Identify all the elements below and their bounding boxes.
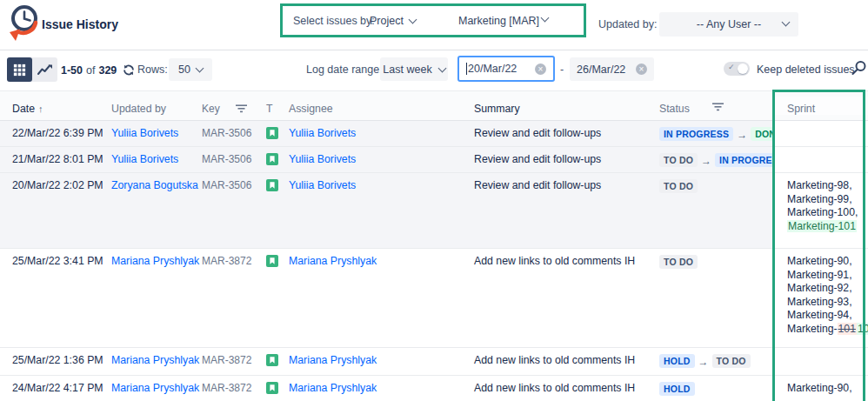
assignee-link[interactable]: Yuliia Borivets bbox=[289, 127, 356, 139]
text-cursor bbox=[466, 63, 467, 75]
grid-view-button[interactable] bbox=[7, 57, 32, 82]
cell-issue-key: MAR-3872 bbox=[202, 348, 261, 375]
status-badge: TO DO bbox=[712, 354, 751, 368]
cell-status: HOLD→TO DO bbox=[652, 348, 772, 375]
search-icon[interactable] bbox=[851, 60, 867, 77]
updated-by-link[interactable]: Mariana Pryshlyak bbox=[111, 354, 199, 366]
story-icon bbox=[266, 182, 278, 194]
sprint-line: Marketing-100, bbox=[787, 206, 865, 220]
cell-issue-key: MAR-3506 bbox=[202, 147, 261, 172]
select-issues-annotation-box: Select issues by: Project Marketing [MAR… bbox=[280, 3, 586, 37]
header-status: Status bbox=[652, 97, 772, 115]
toolbar: 1-50 of 329 Rows: 50 Log date range: Las… bbox=[0, 50, 868, 90]
cell-summary: Add new links to old comments IH bbox=[465, 376, 652, 401]
assignee-link[interactable]: Mariana Pryshlyak bbox=[289, 255, 377, 267]
cell-date: 22/Mar/22 6:39 PM bbox=[0, 121, 111, 146]
cell-status: IN PROGRESS→DONE bbox=[652, 121, 772, 146]
story-icon bbox=[266, 384, 278, 397]
cell-issue-key: MAR-3872 bbox=[202, 249, 261, 347]
date-from-input[interactable]: 20/Mar/22 bbox=[457, 56, 555, 82]
view-toggle bbox=[7, 57, 57, 82]
cell-issue-type bbox=[261, 147, 285, 172]
cell-status: HOLD bbox=[652, 376, 772, 401]
sprint-value: Marketing-91, bbox=[787, 269, 852, 281]
table-row: 21/Mar/22 8:01 PMYuliia BorivetsMAR-3506… bbox=[0, 147, 868, 173]
chevron-down-icon bbox=[437, 63, 446, 72]
table-body: 22/Mar/22 6:39 PMYuliia BorivetsMAR-3506… bbox=[0, 121, 868, 401]
cell-issue-key: MAR-3872 bbox=[202, 376, 261, 401]
table-row: 25/Mar/22 1:36 PMMariana PryshlyakMAR-38… bbox=[0, 348, 868, 376]
cell-status: TO DO bbox=[652, 173, 772, 248]
sprint-value: Marketing-94, bbox=[787, 309, 852, 321]
table-header: Date↑ Updated by Key T Assignee Summary … bbox=[0, 90, 868, 121]
cell-summary: Review and edit follow-ups bbox=[465, 173, 652, 248]
sprint-line: Marketing-90, bbox=[787, 255, 865, 269]
story-icon bbox=[266, 257, 278, 270]
sprint-added-value: 102 bbox=[857, 323, 868, 335]
updated-by-link[interactable]: Yuliia Borivets bbox=[111, 153, 178, 165]
cell-summary: Review and edit follow-ups bbox=[465, 147, 652, 172]
rows-label: Rows: bbox=[137, 63, 168, 76]
grid-view-icon bbox=[13, 63, 26, 77]
project-dropdown[interactable]: Marketing [MAR] bbox=[458, 15, 539, 27]
chart-view-icon bbox=[37, 63, 53, 76]
sprint-line: Marketing-94, bbox=[787, 309, 865, 323]
pagination-range: 1-50 bbox=[61, 64, 83, 77]
sprint-value: Marketing-93, bbox=[787, 296, 852, 308]
updated-by-link[interactable]: Zoryana Bogutska bbox=[111, 179, 198, 191]
date-preset-dropdown[interactable]: Last week bbox=[380, 57, 448, 81]
clear-icon[interactable] bbox=[535, 63, 546, 75]
status-badge: TO DO bbox=[659, 179, 698, 193]
status-arrow-icon: → bbox=[698, 356, 709, 368]
sprint-value: Marketing-99, bbox=[787, 193, 852, 205]
header-summary: Summary bbox=[465, 97, 652, 115]
story-icon bbox=[266, 357, 278, 369]
assignee-link[interactable]: Yuliia Borivets bbox=[289, 153, 356, 165]
cell-issue-type bbox=[261, 249, 285, 347]
cell-assignee: Yuliia Borivets bbox=[285, 121, 465, 146]
updated-by-link[interactable]: Mariana Pryshlyak bbox=[111, 382, 199, 394]
chart-view-button[interactable] bbox=[32, 57, 57, 82]
select-mode-dropdown[interactable]: Project bbox=[370, 15, 416, 27]
updated-by-dropdown[interactable]: -- Any User -- bbox=[659, 12, 798, 37]
cell-assignee: Yuliia Borivets bbox=[285, 147, 465, 172]
toggle-knob bbox=[738, 63, 748, 74]
updated-by-label: Updated by: bbox=[598, 18, 657, 30]
assignee-link[interactable]: Mariana Pryshlyak bbox=[289, 354, 377, 366]
cell-issue-type bbox=[261, 376, 285, 401]
sprint-line: Marketing-90, bbox=[787, 382, 865, 396]
cell-date: 25/Mar/22 3:41 PM bbox=[0, 249, 111, 347]
clear-icon[interactable] bbox=[636, 63, 647, 75]
table-row: 25/Mar/22 3:41 PMMariana PryshlyakMAR-38… bbox=[0, 249, 868, 348]
sprint-line: Marketing-99, bbox=[787, 193, 865, 207]
date-to-input[interactable]: 26/Mar/22 bbox=[570, 57, 654, 81]
rows-per-page-dropdown[interactable]: 50 bbox=[169, 58, 212, 81]
cell-sprint: Marketing-98,Marketing-99,Marketing-100,… bbox=[772, 173, 868, 248]
cell-updated-by: Yuliia Borivets bbox=[111, 147, 202, 172]
story-icon bbox=[266, 156, 278, 168]
history-table: Date↑ Updated by Key T Assignee Summary … bbox=[0, 90, 868, 401]
table-row: 20/Mar/22 2:02 PMZoryana BogutskaMAR-350… bbox=[0, 173, 868, 249]
cell-issue-type bbox=[261, 121, 285, 146]
pagination-total: 329 bbox=[98, 64, 117, 77]
status-badge: TO DO bbox=[659, 153, 698, 167]
assignee-link[interactable]: Yuliia Borivets bbox=[289, 179, 356, 191]
assignee-link[interactable]: Mariana Pryshlyak bbox=[289, 382, 377, 394]
cell-updated-by: Yuliia Borivets bbox=[111, 121, 202, 146]
sprint-line: Marketing-92, bbox=[787, 282, 865, 296]
header-date[interactable]: Date↑ bbox=[0, 97, 111, 115]
keep-deleted-toggle[interactable]: ✓ bbox=[724, 62, 750, 76]
updated-by-link[interactable]: Mariana Pryshlyak bbox=[111, 255, 199, 267]
filter-icon[interactable] bbox=[712, 103, 724, 111]
cell-updated-by: Zoryana Bogutska bbox=[111, 173, 202, 248]
select-issues-by-label: Select issues by: bbox=[293, 15, 375, 27]
story-icon bbox=[266, 130, 278, 142]
filter-icon[interactable] bbox=[236, 104, 247, 113]
sprint-line: Marketing-98, bbox=[787, 179, 865, 193]
cell-date: 25/Mar/22 1:36 PM bbox=[0, 348, 111, 375]
cell-assignee: Yuliia Borivets bbox=[285, 173, 465, 248]
refresh-icon[interactable] bbox=[123, 63, 135, 77]
sprint-value: Marketing-90, bbox=[787, 255, 852, 267]
pagination-of: of bbox=[86, 64, 95, 77]
updated-by-link[interactable]: Yuliia Borivets bbox=[111, 127, 178, 139]
